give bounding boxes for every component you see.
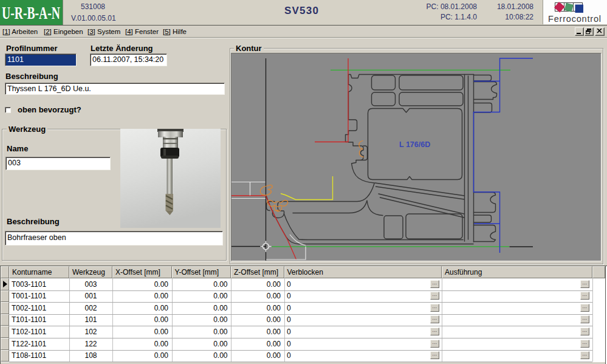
svg-text:L 176/6D: L 176/6D — [399, 140, 430, 149]
svg-text:U-R-B-A-N: U-R-B-A-N — [2, 2, 60, 22]
svg-text:Ferrocontrol: Ferrocontrol — [548, 14, 602, 24]
